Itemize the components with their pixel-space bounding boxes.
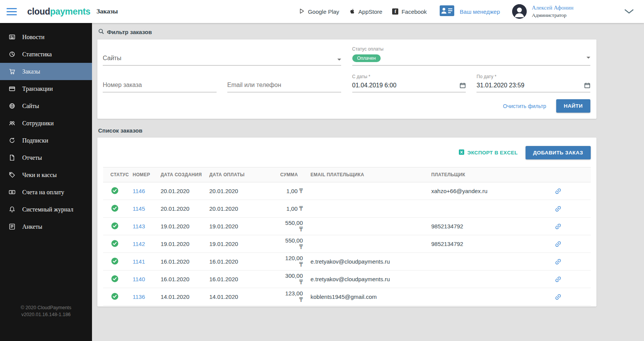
credit-card-icon xyxy=(8,85,16,92)
sidebar-item-statistics[interactable]: Статистика xyxy=(0,46,92,63)
order-status-cell xyxy=(103,187,133,195)
status-paid-check-icon xyxy=(111,222,118,231)
sidebar-item-reports[interactable]: Отчеты xyxy=(0,149,92,166)
order-status-cell xyxy=(103,205,133,213)
banknote-icon xyxy=(8,189,16,195)
status-paid-check-icon xyxy=(111,205,118,213)
form-icon xyxy=(8,223,16,230)
status-label: Статус оплаты xyxy=(352,46,591,52)
order-amount: 120,00 ₸ xyxy=(280,255,310,268)
sidebar-item-news[interactable]: Новости xyxy=(0,28,92,46)
sidebar-item-label: Статистика xyxy=(22,51,52,58)
orders-section-title: Список заказов xyxy=(97,126,596,138)
sidebar-item-invoices[interactable]: Счета на оплату xyxy=(0,184,92,201)
excel-icon xyxy=(458,149,465,156)
order-link-icon[interactable] xyxy=(553,274,564,284)
clear-filter-link[interactable]: Очистить фильтр xyxy=(503,103,546,109)
date-from-label: С даты * xyxy=(352,74,466,79)
status-paid-check-icon xyxy=(111,275,118,284)
order-link-icon[interactable] xyxy=(553,185,564,196)
orders-card: ЭКСПОРТ В EXCEL ДОБАВИТЬ ЗАКАЗ СТАТУС НО… xyxy=(97,138,596,307)
status-paid-check-icon xyxy=(111,293,118,301)
sidebar-item-system-log[interactable]: Системный журнал xyxy=(0,201,92,218)
order-number-link[interactable]: 1136 xyxy=(133,293,145,300)
search-button[interactable]: НАЙТИ xyxy=(556,99,590,113)
user-menu[interactable]: Алексей Афонин Администратор xyxy=(512,4,573,19)
google-play-link[interactable]: Google Play xyxy=(299,8,339,15)
filter-card: Сайты Статус оплаты Оплачен xyxy=(97,39,596,119)
order-email: e.tretyakov@cloudpayments.ru xyxy=(310,258,431,265)
logo-text-cloud: cloud xyxy=(27,7,50,16)
order-payer: 9852134792 xyxy=(431,223,526,230)
order-amount: 1,00 ₸ xyxy=(280,205,310,212)
export-excel-button[interactable]: ЭКСПОРТ В EXCEL xyxy=(458,149,518,156)
order-number-link[interactable]: 1140 xyxy=(133,276,145,282)
sidebar-item-label: Транзакции xyxy=(22,85,53,92)
date-to-label: По дату * xyxy=(476,74,590,79)
google-play-label: Google Play xyxy=(308,8,339,15)
filter-title-text: Фильтр заказов xyxy=(107,29,152,35)
facebook-icon: f xyxy=(392,8,398,15)
table-row: 1146 20.01.2020 20.01.2020 1,00 ₸ xahzo+… xyxy=(103,182,591,200)
sidebar-item-label: Сайты xyxy=(22,103,39,110)
order-link-icon[interactable] xyxy=(553,291,564,302)
calendar-icon[interactable] xyxy=(584,82,590,89)
table-header: СТАТУС НОМЕР ДАТА СОЗДАНИЯ ДАТА ОПЛАТЫ С… xyxy=(103,167,591,182)
order-link-icon[interactable] xyxy=(553,238,564,249)
facebook-label: Facebook xyxy=(401,8,427,15)
add-order-button[interactable]: ДОБАВИТЬ ЗАКАЗ xyxy=(526,146,591,159)
sidebar-item-label: Сотрудники xyxy=(22,120,54,127)
store-links: Google Play AppStore f Facebook xyxy=(299,8,427,15)
order-paid-date: 19.01.2020 xyxy=(209,241,280,247)
status-paid-check-icon xyxy=(111,187,118,195)
order-number-input[interactable] xyxy=(103,79,217,92)
order-email: e.tretyakov@cloudpayments.ru xyxy=(310,276,431,282)
order-link-icon[interactable] xyxy=(553,221,564,231)
sidebar-item-subscriptions[interactable]: Подписки xyxy=(0,132,92,149)
date-to-field[interactable]: По дату * 31.01.2020 23:59 xyxy=(476,74,590,92)
table-body: 1146 20.01.2020 20.01.2020 1,00 ₸ xahzo+… xyxy=(103,182,591,306)
sidebar-item-forms[interactable]: Анкеты xyxy=(0,218,92,235)
order-created-date: 19.01.2020 xyxy=(161,223,209,230)
appstore-link[interactable]: AppStore xyxy=(349,8,383,15)
order-number-link[interactable]: 1142 xyxy=(133,241,145,247)
news-icon xyxy=(8,34,16,40)
sidebar-item-receipts[interactable]: Чеки и кассы xyxy=(0,166,92,184)
date-from-field[interactable]: С даты * 01.04.2019 6:00 xyxy=(352,74,466,92)
sidebar-item-label: Анкеты xyxy=(22,223,42,230)
sidebar-item-label: Новости xyxy=(22,34,44,41)
order-email: koblents1945@gmail.com xyxy=(310,293,431,300)
email-phone-input[interactable] xyxy=(227,79,341,92)
table-row: 1145 20.01.2020 20.01.2020 1,00 ₸ xyxy=(103,200,591,218)
order-number-link[interactable]: 1145 xyxy=(133,205,145,212)
sites-select[interactable]: Сайты xyxy=(103,55,341,66)
calendar-icon[interactable] xyxy=(460,82,466,89)
cart-icon xyxy=(8,68,16,75)
sidebar-item-employees[interactable]: Сотрудники xyxy=(0,115,92,132)
chevron-down-icon[interactable] xyxy=(624,9,634,14)
payment-status-select[interactable]: Статус оплаты Оплачен xyxy=(352,46,591,66)
facebook-link[interactable]: f Facebook xyxy=(392,8,427,15)
status-paid-check-icon xyxy=(111,257,118,266)
order-number-link[interactable]: 1141 xyxy=(133,258,145,265)
order-created-date: 20.01.2020 xyxy=(161,205,209,212)
status-badge: Оплачен xyxy=(352,54,381,62)
order-link-icon[interactable] xyxy=(553,256,564,267)
user-role: Администратор xyxy=(532,12,573,19)
appstore-icon xyxy=(349,8,355,15)
sidebar-item-transactions[interactable]: Транзакции xyxy=(0,80,92,97)
order-link-icon[interactable] xyxy=(553,203,564,214)
hamburger-menu-icon[interactable] xyxy=(7,8,17,15)
col-email: EMAIL ПЛАТЕЛЬЩИКА xyxy=(310,172,431,177)
order-amount: 1,00 ₸ xyxy=(280,188,310,195)
order-number-link[interactable]: 1146 xyxy=(133,188,145,194)
order-created-date: 20.01.2020 xyxy=(161,188,209,194)
manager-button[interactable]: Ваш менеджер xyxy=(439,5,500,18)
sidebar-item-sites[interactable]: Сайты xyxy=(0,97,92,115)
search-icon xyxy=(98,28,104,36)
date-from-value: 01.04.2019 6:00 xyxy=(352,82,397,89)
order-number-link[interactable]: 1143 xyxy=(133,223,145,230)
sidebar-item-label: Счета на оплату xyxy=(22,189,64,196)
order-paid-date: 16.01.2020 xyxy=(209,258,280,265)
sidebar-item-orders[interactable]: Заказы xyxy=(0,63,92,80)
